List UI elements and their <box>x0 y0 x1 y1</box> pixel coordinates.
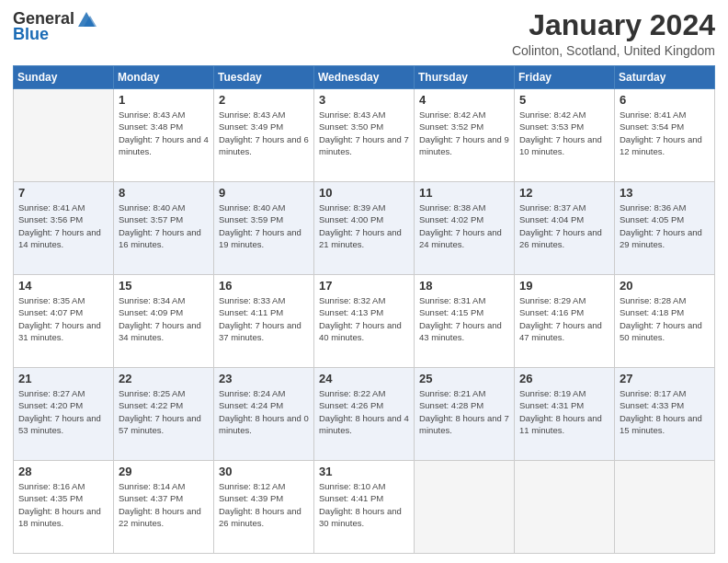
day-info: Sunrise: 8:37 AMSunset: 4:04 PMDaylight:… <box>519 201 609 250</box>
day-info: Sunrise: 8:16 AMSunset: 4:35 PMDaylight:… <box>18 480 108 529</box>
table-row: 12Sunrise: 8:37 AMSunset: 4:04 PMDayligh… <box>515 182 615 275</box>
table-row <box>615 461 715 554</box>
day-info: Sunrise: 8:42 AMSunset: 3:53 PMDaylight:… <box>519 109 609 157</box>
day-number: 1 <box>119 93 209 107</box>
day-number: 2 <box>219 93 309 107</box>
table-row: 6Sunrise: 8:41 AMSunset: 3:54 PMDaylight… <box>615 89 715 182</box>
table-row: 19Sunrise: 8:29 AMSunset: 4:16 PMDayligh… <box>515 275 615 368</box>
day-info: Sunrise: 8:25 AMSunset: 4:22 PMDaylight:… <box>119 387 209 436</box>
day-info: Sunrise: 8:12 AMSunset: 4:39 PMDaylight:… <box>219 480 309 529</box>
day-info: Sunrise: 8:14 AMSunset: 4:37 PMDaylight:… <box>119 480 209 529</box>
day-info: Sunrise: 8:43 AMSunset: 3:50 PMDaylight:… <box>319 109 409 157</box>
calendar-week-row: 1Sunrise: 8:43 AMSunset: 3:48 PMDaylight… <box>14 89 715 182</box>
day-info: Sunrise: 8:35 AMSunset: 4:07 PMDaylight:… <box>18 294 108 343</box>
col-thursday: Thursday <box>415 66 515 89</box>
table-row: 23Sunrise: 8:24 AMSunset: 4:24 PMDayligh… <box>214 368 314 461</box>
col-saturday: Saturday <box>615 66 715 89</box>
table-row: 8Sunrise: 8:40 AMSunset: 3:57 PMDaylight… <box>114 182 214 275</box>
day-info: Sunrise: 8:34 AMSunset: 4:09 PMDaylight:… <box>119 294 209 343</box>
table-row <box>415 461 515 554</box>
day-number: 17 <box>319 279 409 293</box>
day-number: 22 <box>119 372 209 385</box>
day-number: 20 <box>620 279 710 293</box>
day-number: 7 <box>18 186 108 200</box>
table-row: 14Sunrise: 8:35 AMSunset: 4:07 PMDayligh… <box>14 275 114 368</box>
calendar-location: Colinton, Scotland, United Kingdom <box>512 43 715 58</box>
day-number: 27 <box>620 372 710 385</box>
day-info: Sunrise: 8:40 AMSunset: 3:57 PMDaylight:… <box>119 201 209 250</box>
day-number: 18 <box>419 279 509 293</box>
day-number: 6 <box>620 93 710 107</box>
table-row <box>14 89 114 182</box>
calendar-title: January 2024 <box>512 9 715 41</box>
table-row <box>515 461 615 554</box>
day-number: 14 <box>18 279 108 293</box>
table-row: 16Sunrise: 8:33 AMSunset: 4:11 PMDayligh… <box>214 275 314 368</box>
table-row: 2Sunrise: 8:43 AMSunset: 3:49 PMDaylight… <box>214 89 314 182</box>
table-row: 15Sunrise: 8:34 AMSunset: 4:09 PMDayligh… <box>114 275 214 368</box>
table-row: 13Sunrise: 8:36 AMSunset: 4:05 PMDayligh… <box>615 182 715 275</box>
day-number: 13 <box>620 186 710 200</box>
day-info: Sunrise: 8:21 AMSunset: 4:28 PMDaylight:… <box>419 387 509 436</box>
day-number: 5 <box>519 93 609 107</box>
table-row: 17Sunrise: 8:32 AMSunset: 4:13 PMDayligh… <box>314 275 415 368</box>
col-sunday: Sunday <box>14 66 114 89</box>
day-info: Sunrise: 8:28 AMSunset: 4:18 PMDaylight:… <box>620 294 710 343</box>
table-row: 7Sunrise: 8:41 AMSunset: 3:56 PMDaylight… <box>14 182 114 275</box>
day-info: Sunrise: 8:43 AMSunset: 3:48 PMDaylight:… <box>119 109 209 157</box>
day-info: Sunrise: 8:29 AMSunset: 4:16 PMDaylight:… <box>519 294 609 343</box>
day-info: Sunrise: 8:32 AMSunset: 4:13 PMDaylight:… <box>319 294 409 343</box>
table-row: 5Sunrise: 8:42 AMSunset: 3:53 PMDaylight… <box>515 89 615 182</box>
calendar-week-row: 14Sunrise: 8:35 AMSunset: 4:07 PMDayligh… <box>14 275 715 368</box>
table-row: 18Sunrise: 8:31 AMSunset: 4:15 PMDayligh… <box>415 275 515 368</box>
logo-icon <box>76 10 97 29</box>
day-number: 26 <box>519 372 609 385</box>
table-row: 21Sunrise: 8:27 AMSunset: 4:20 PMDayligh… <box>14 368 114 461</box>
page: General Blue January 2024 Colinton, Scot… <box>0 0 728 563</box>
day-info: Sunrise: 8:42 AMSunset: 3:52 PMDaylight:… <box>419 109 509 157</box>
day-number: 3 <box>319 93 409 107</box>
table-row: 27Sunrise: 8:17 AMSunset: 4:33 PMDayligh… <box>615 368 715 461</box>
table-row: 31Sunrise: 8:10 AMSunset: 4:41 PMDayligh… <box>314 461 415 554</box>
table-row: 29Sunrise: 8:14 AMSunset: 4:37 PMDayligh… <box>114 461 214 554</box>
day-number: 8 <box>119 186 209 200</box>
col-monday: Monday <box>114 66 214 89</box>
table-row: 1Sunrise: 8:43 AMSunset: 3:48 PMDaylight… <box>114 89 214 182</box>
calendar-week-row: 7Sunrise: 8:41 AMSunset: 3:56 PMDaylight… <box>14 182 715 275</box>
table-row: 26Sunrise: 8:19 AMSunset: 4:31 PMDayligh… <box>515 368 615 461</box>
day-number: 28 <box>18 465 108 478</box>
table-row: 9Sunrise: 8:40 AMSunset: 3:59 PMDaylight… <box>214 182 314 275</box>
day-number: 29 <box>119 465 209 478</box>
day-number: 30 <box>219 465 309 478</box>
day-info: Sunrise: 8:22 AMSunset: 4:26 PMDaylight:… <box>319 387 409 436</box>
day-info: Sunrise: 8:41 AMSunset: 3:54 PMDaylight:… <box>620 109 710 157</box>
table-row: 22Sunrise: 8:25 AMSunset: 4:22 PMDayligh… <box>114 368 214 461</box>
table-row: 25Sunrise: 8:21 AMSunset: 4:28 PMDayligh… <box>415 368 515 461</box>
calendar-week-row: 21Sunrise: 8:27 AMSunset: 4:20 PMDayligh… <box>14 368 715 461</box>
day-number: 9 <box>219 186 309 200</box>
day-number: 31 <box>319 465 409 478</box>
title-block: January 2024 Colinton, Scotland, United … <box>512 9 715 58</box>
calendar-week-row: 28Sunrise: 8:16 AMSunset: 4:35 PMDayligh… <box>14 461 715 554</box>
calendar-table: Sunday Monday Tuesday Wednesday Thursday… <box>13 65 715 554</box>
day-number: 12 <box>519 186 609 200</box>
header: General Blue January 2024 Colinton, Scot… <box>13 9 715 58</box>
day-number: 19 <box>519 279 609 293</box>
table-row: 20Sunrise: 8:28 AMSunset: 4:18 PMDayligh… <box>615 275 715 368</box>
day-info: Sunrise: 8:10 AMSunset: 4:41 PMDaylight:… <box>319 480 409 529</box>
day-info: Sunrise: 8:41 AMSunset: 3:56 PMDaylight:… <box>18 201 108 250</box>
day-number: 15 <box>119 279 209 293</box>
day-number: 10 <box>319 186 409 200</box>
day-info: Sunrise: 8:40 AMSunset: 3:59 PMDaylight:… <box>219 201 309 250</box>
table-row: 24Sunrise: 8:22 AMSunset: 4:26 PMDayligh… <box>314 368 415 461</box>
day-info: Sunrise: 8:17 AMSunset: 4:33 PMDaylight:… <box>620 387 710 436</box>
logo-blue-text: Blue <box>13 25 49 44</box>
table-row: 3Sunrise: 8:43 AMSunset: 3:50 PMDaylight… <box>314 89 415 182</box>
day-info: Sunrise: 8:27 AMSunset: 4:20 PMDaylight:… <box>18 387 108 436</box>
day-info: Sunrise: 8:39 AMSunset: 4:00 PMDaylight:… <box>319 201 409 250</box>
day-info: Sunrise: 8:33 AMSunset: 4:11 PMDaylight:… <box>219 294 309 343</box>
table-row: 11Sunrise: 8:38 AMSunset: 4:02 PMDayligh… <box>415 182 515 275</box>
day-number: 23 <box>219 372 309 385</box>
day-info: Sunrise: 8:43 AMSunset: 3:49 PMDaylight:… <box>219 109 309 157</box>
day-info: Sunrise: 8:31 AMSunset: 4:15 PMDaylight:… <box>419 294 509 343</box>
